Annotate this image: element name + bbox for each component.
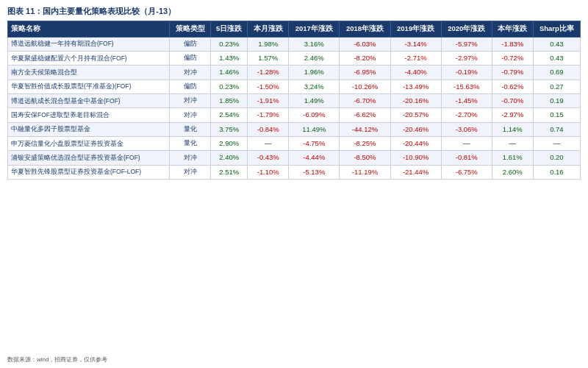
- column-header: 本月涨跌: [248, 21, 289, 37]
- table-cell: -6.95%: [340, 66, 390, 79]
- table-cell: 2.60%: [492, 165, 533, 179]
- table-cell: -15.63%: [441, 79, 492, 93]
- table-cell: -11.19%: [340, 165, 390, 179]
- table-cell: 1.46%: [211, 66, 248, 79]
- table-cell: 0.23%: [211, 37, 248, 51]
- table-cell: 博道远航稳健一年持有期混合(FOF): [8, 37, 170, 51]
- table-cell: 0.69: [533, 66, 580, 79]
- table-cell: -0.62%: [492, 79, 533, 93]
- page-wrapper: 图表 11：国内主要量化策略表现比较（月-13） 策略名称策略类型5日涨跌本月涨…: [0, 0, 588, 368]
- table-cell: -1.45%: [441, 94, 492, 108]
- table-cell: 对冲: [170, 66, 211, 79]
- table-cell: -0.81%: [441, 151, 492, 165]
- table-cell: -44.12%: [340, 122, 390, 136]
- table-cell: 0.23%: [211, 79, 248, 93]
- table-cell: 1.49%: [289, 94, 340, 108]
- table-cell: 1.43%: [211, 51, 248, 65]
- table-cell: -0.79%: [492, 66, 533, 79]
- table-cell: -1.10%: [248, 165, 289, 179]
- table-cell: 1.96%: [289, 66, 340, 79]
- table-cell: 偏防: [170, 51, 211, 65]
- table-cell: 偏防: [170, 37, 211, 51]
- table-cell: -2.71%: [390, 51, 441, 65]
- table-cell: 博道远航成长混合型基金中基金(FOF): [8, 94, 170, 108]
- table-cell: -1.50%: [248, 79, 289, 93]
- table-row: 华夏聚盛稳健配置六个月持有混合(FOF)偏防1.43%1.57%2.46%-8.…: [8, 51, 581, 65]
- column-header: Sharp比率: [533, 21, 580, 37]
- table-cell: —: [248, 137, 289, 151]
- table-cell: 1.61%: [492, 151, 533, 165]
- table-cell: -4.44%: [289, 151, 340, 165]
- table-cell: 量化: [170, 122, 211, 136]
- table-cell: -8.20%: [340, 51, 390, 65]
- table-cell: 0.19: [533, 94, 580, 108]
- table-row: 国寿安保FOF进取型养老目标混合对冲2.54%-1.79%-6.09%-6.62…: [8, 108, 581, 122]
- table-row: 华夏智胜价值成长股票型(平准基金)(FOF)偏防0.23%-1.50%3.24%…: [8, 79, 581, 93]
- table-cell: 对冲: [170, 94, 211, 108]
- table-cell: -21.44%: [390, 165, 441, 179]
- column-header: 本年涨跌: [492, 21, 533, 37]
- main-table: 策略名称策略类型5日涨跌本月涨跌2017年涨跌2018年涨跌2019年涨跌202…: [7, 21, 581, 180]
- table-cell: 0.20: [533, 151, 580, 165]
- table-row: 华夏智胜先锋股票型证券投资基金(FOF-LOF)对冲2.51%-1.10%-5.…: [8, 165, 581, 179]
- table-cell: -1.91%: [248, 94, 289, 108]
- table-cell: 华夏智胜先锋股票型证券投资基金(FOF-LOF): [8, 165, 170, 179]
- table-row: 博道远航成长混合型基金中基金(FOF)对冲1.85%-1.91%1.49%-6.…: [8, 94, 581, 108]
- column-header: 策略名称: [8, 21, 170, 37]
- table-cell: 0.27: [533, 79, 580, 93]
- table-cell: 3.24%: [289, 79, 340, 93]
- column-header: 2018年涨跌: [340, 21, 390, 37]
- table-cell: 国寿安保FOF进取型养老目标混合: [8, 108, 170, 122]
- table-cell: 偏防: [170, 79, 211, 93]
- table-cell: -0.70%: [492, 94, 533, 108]
- table-cell: -0.43%: [248, 151, 289, 165]
- table-cell: -2.70%: [441, 108, 492, 122]
- table-cell: -1.79%: [248, 108, 289, 122]
- table-cell: 0.16: [533, 165, 580, 179]
- table-cell: -1.83%: [492, 37, 533, 51]
- table-cell: 1.98%: [248, 37, 289, 51]
- table-cell: —: [441, 137, 492, 151]
- table-cell: 对冲: [170, 151, 211, 165]
- table-cell: 对冲: [170, 108, 211, 122]
- table-header-row: 策略名称策略类型5日涨跌本月涨跌2017年涨跌2018年涨跌2019年涨跌202…: [8, 21, 581, 37]
- table-cell: -10.26%: [340, 79, 390, 93]
- table-row: 南方全天候策略混合型对冲1.46%-1.28%1.96%-6.95%-4.40%…: [8, 66, 581, 79]
- table-cell: 2.40%: [211, 151, 248, 165]
- table-cell: -4.75%: [289, 137, 340, 151]
- table-cell: -5.97%: [441, 37, 492, 51]
- table-cell: 0.43: [533, 51, 580, 65]
- table-cell: 1.14%: [492, 122, 533, 136]
- table-cell: -1.28%: [248, 66, 289, 79]
- table-cell: -0.19%: [441, 66, 492, 79]
- table-cell: 华夏聚盛稳健配置六个月持有混合(FOF): [8, 51, 170, 65]
- column-header: 2017年涨跌: [289, 21, 340, 37]
- column-header: 2019年涨跌: [390, 21, 441, 37]
- table-cell: 华夏智胜价值成长股票型(平准基金)(FOF): [8, 79, 170, 93]
- table-cell: -0.84%: [248, 122, 289, 136]
- table-cell: -6.62%: [340, 108, 390, 122]
- table-cell: 量化: [170, 137, 211, 151]
- table-cell: 0.15: [533, 108, 580, 122]
- table-cell: -6.70%: [340, 94, 390, 108]
- table-cell: 3.16%: [289, 37, 340, 51]
- table-cell: -2.97%: [492, 108, 533, 122]
- table-cell: -5.13%: [289, 165, 340, 179]
- table-cell: -3.14%: [390, 37, 441, 51]
- table-cell: -13.49%: [390, 79, 441, 93]
- table-cell: -6.75%: [441, 165, 492, 179]
- table-cell: 3.75%: [211, 122, 248, 136]
- table-cell: 2.51%: [211, 165, 248, 179]
- table-cell: 1.85%: [211, 94, 248, 108]
- table-cell: 2.46%: [289, 51, 340, 65]
- footer-note: 数据来源：wind，招商证券，仅供参考: [7, 355, 581, 364]
- table-cell: 对冲: [170, 165, 211, 179]
- table-cell: -20.46%: [390, 122, 441, 136]
- table-cell: -8.50%: [340, 151, 390, 165]
- table-cell: -20.16%: [390, 94, 441, 108]
- table-cell: 浦银安盛策略优选混合型证券投资基金(FOF): [8, 151, 170, 165]
- table-cell: -20.57%: [390, 108, 441, 122]
- column-header: 5日涨跌: [211, 21, 248, 37]
- table-cell: 2.54%: [211, 108, 248, 122]
- table-cell: -0.72%: [492, 51, 533, 65]
